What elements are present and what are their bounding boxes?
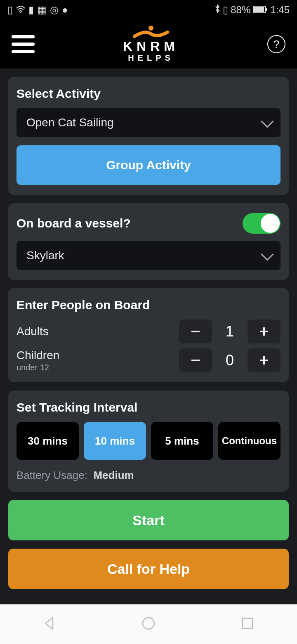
- vessel-select[interactable]: Skylark: [16, 241, 280, 270]
- children-count: 0: [219, 352, 240, 369]
- menu-button[interactable]: [12, 35, 35, 53]
- start-button[interactable]: Start: [8, 500, 289, 540]
- chevron-down-icon: [261, 248, 273, 261]
- recent-apps-button[interactable]: [240, 616, 255, 632]
- battery-alert-icon: ▮: [28, 4, 34, 16]
- activity-card: Select Activity Open Cat Sailing Group A…: [8, 77, 289, 195]
- app-logo: KNRM HELPS: [123, 26, 179, 63]
- help-button[interactable]: ?: [267, 35, 285, 53]
- status-right: ▯ 88% 1:45: [214, 4, 290, 16]
- svg-rect-3: [266, 8, 267, 11]
- status-left: ▯ ▮ ▦ ◎ ●: [7, 4, 68, 16]
- sim-alert-icon: ▯: [7, 4, 13, 16]
- minus-icon: [190, 355, 201, 366]
- back-icon: [42, 616, 57, 631]
- logo-brand: KNRM: [123, 40, 179, 53]
- calendar-icon: ▦: [37, 4, 47, 16]
- call-help-button[interactable]: Call for Help: [8, 549, 289, 589]
- interval-30mins[interactable]: 30 mins: [16, 422, 79, 460]
- svg-point-0: [20, 12, 21, 13]
- children-decrement-button[interactable]: [179, 348, 212, 372]
- wifi-icon: [16, 4, 25, 16]
- tracking-card: Set Tracking Interval 30 mins 10 mins 5 …: [8, 391, 289, 492]
- battery-usage-value: Medium: [93, 469, 134, 481]
- adults-label: Adults: [16, 325, 49, 338]
- adults-decrement-button[interactable]: [179, 320, 212, 343]
- svg-rect-2: [254, 7, 264, 12]
- children-increment-button[interactable]: [248, 348, 280, 372]
- activity-title: Select Activity: [16, 87, 280, 101]
- children-label: Children: [16, 349, 59, 362]
- vessel-toggle[interactable]: [243, 213, 280, 234]
- vibrate-icon: ▯: [223, 4, 228, 16]
- logo-wave-icon: [123, 26, 179, 38]
- svg-point-4: [148, 26, 153, 31]
- svg-point-11: [143, 618, 154, 629]
- chevron-down-icon: [261, 115, 273, 128]
- question-icon: ?: [273, 38, 279, 51]
- logo-subtitle: HELPS: [123, 53, 179, 63]
- people-card: Enter People on Board Adults 1 Children …: [8, 288, 289, 382]
- group-activity-label: Group Activity: [106, 158, 191, 172]
- start-label: Start: [132, 512, 164, 528]
- svg-rect-12: [243, 618, 252, 628]
- minus-icon: [190, 326, 201, 337]
- activity-selected-value: Open Cat Sailing: [26, 116, 114, 129]
- battery-percentage: 88%: [231, 4, 250, 16]
- tracking-title: Set Tracking Interval: [16, 400, 280, 414]
- children-sublabel: under 12: [16, 363, 59, 372]
- home-button[interactable]: [141, 616, 156, 632]
- clock: 1:45: [270, 4, 290, 16]
- people-title: Enter People on Board: [16, 298, 280, 312]
- interval-5mins[interactable]: 5 mins: [151, 422, 213, 460]
- square-icon: [240, 616, 255, 631]
- app-icon: ◎: [50, 4, 59, 16]
- home-icon: [141, 616, 156, 631]
- battery-icon: [253, 4, 268, 16]
- group-activity-button[interactable]: Group Activity: [16, 145, 280, 185]
- android-nav-bar: [0, 604, 297, 644]
- back-button[interactable]: [42, 616, 57, 632]
- interval-continuous[interactable]: Continuous: [218, 422, 280, 460]
- app-header: KNRM HELPS ?: [0, 20, 297, 69]
- vessel-card: On board a vessel? Skylark: [8, 203, 289, 280]
- adults-count: 1: [219, 323, 240, 340]
- battery-usage-label: Battery Usage:: [16, 469, 87, 481]
- interval-10mins[interactable]: 10 mins: [84, 422, 146, 460]
- error-icon: ●: [62, 4, 68, 16]
- status-bar: ▯ ▮ ▦ ◎ ● ▯ 88% 1:45: [0, 0, 297, 20]
- adults-increment-button[interactable]: [248, 320, 280, 343]
- activity-select[interactable]: Open Cat Sailing: [16, 108, 280, 137]
- vessel-question: On board a vessel?: [16, 216, 131, 230]
- battery-usage-row: Battery Usage: Medium: [16, 469, 280, 482]
- plus-icon: [258, 326, 270, 337]
- vessel-selected-value: Skylark: [26, 249, 64, 262]
- toggle-knob: [261, 214, 280, 233]
- plus-icon: [258, 355, 270, 366]
- call-help-label: Call for Help: [107, 561, 190, 577]
- bluetooth-icon: [214, 4, 220, 16]
